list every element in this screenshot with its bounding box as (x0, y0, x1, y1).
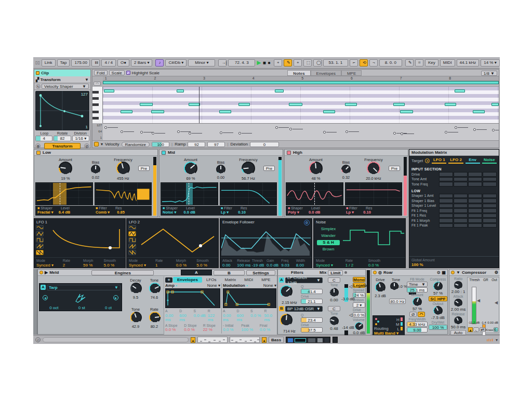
matrix-cell[interactable] (454, 214, 468, 218)
matrix-cell[interactable] (439, 172, 453, 177)
filter-type-menu-mid[interactable]: Lp ▾ (221, 210, 229, 215)
midi-map-button[interactable]: MIDI (440, 59, 455, 66)
capture-midi-icon[interactable]: ⬚ (303, 59, 312, 66)
loop-start-field[interactable]: 53. 1. 1 (323, 59, 348, 66)
mod-final[interactable]: 0.0 % (260, 327, 270, 332)
frequency-knob-mid[interactable] (242, 162, 255, 175)
matrix-cell[interactable] (468, 198, 482, 203)
volume-knob[interactable] (355, 322, 363, 330)
shaper-level-high[interactable]: 0.0 dB (309, 210, 321, 215)
velocity-marker[interactable] (220, 131, 222, 134)
sine-wave-icon[interactable] (36, 225, 44, 230)
mod-assign-menu[interactable]: None ▾ (263, 283, 276, 288)
meld-tab-settings[interactable]: Settings (246, 270, 275, 275)
clip-overview-1[interactable] (197, 337, 228, 343)
key-map-button[interactable]: Key (425, 59, 438, 66)
sine-wave-icon[interactable] (128, 225, 136, 230)
transfer-curve-icon[interactable]: ◟ (473, 327, 479, 332)
spread-field[interactable]: 24 % (353, 292, 365, 298)
amp-envelope-graph[interactable] (165, 288, 220, 308)
matrix-cell[interactable] (483, 223, 497, 228)
frequency-knob-high[interactable] (367, 162, 380, 175)
save-preset-icon[interactable]: ▦ (442, 270, 446, 275)
amp-sustain[interactable]: 0.0 dB (194, 313, 206, 318)
velocity-shaper-graph[interactable]: 127 1 (35, 91, 89, 130)
filter-a-type-menu[interactable]: LP Crunch 12dB▼ (285, 277, 323, 283)
ef-release[interactable]: 100 ms (237, 263, 250, 268)
midi-note[interactable] (275, 89, 284, 92)
velocity-marker[interactable] (492, 129, 495, 131)
midi-ruler[interactable]: 12345678 (103, 76, 499, 81)
shaper-level-low[interactable]: 6.4 dB (59, 210, 71, 215)
fb-amount-knob[interactable] (413, 297, 422, 307)
midi-note[interactable] (121, 110, 133, 113)
amount-knob-high[interactable] (309, 162, 323, 175)
clip-overview-2[interactable] (230, 337, 260, 343)
matrix-cell[interactable] (483, 172, 497, 177)
filter-a-pan[interactable]: C (328, 277, 340, 283)
out-gain-handle[interactable]: ◀ (495, 300, 498, 305)
tab-mpe[interactable]: MPE (341, 70, 362, 76)
shaper-graph-high[interactable] (286, 182, 343, 205)
roar-drive-knob[interactable] (375, 282, 385, 292)
follow-icon[interactable]: →| (218, 59, 227, 66)
stop-button[interactable]: ■ (263, 60, 266, 65)
mod-envelope-graph[interactable] (223, 288, 276, 308)
legato-button[interactable]: Legato (353, 283, 365, 288)
shaper-type-menu-high[interactable]: Poly ▾ (288, 210, 299, 215)
cpu-meter[interactable]: 14 % ▾ (481, 59, 499, 66)
panes-icon[interactable]: ▯▯ (35, 60, 40, 65)
velocity-marker[interactable] (445, 131, 447, 134)
engine-b-rate-knob[interactable] (149, 312, 161, 323)
meld-play-icon[interactable]: ▶ (45, 270, 48, 275)
band-header-high[interactable]: High (285, 150, 408, 156)
overdub-icon[interactable]: + (274, 59, 282, 66)
compressor-power-led[interactable] (451, 271, 455, 274)
matrix-cell[interactable] (468, 218, 482, 223)
mod-release[interactable]: 50.0 ms (264, 313, 273, 323)
matrix-cell[interactable] (454, 204, 468, 208)
randomize-amount-field[interactable]: 100 (152, 142, 169, 147)
midi-note[interactable] (189, 103, 200, 106)
meld-engines-tab[interactable]: Engines (91, 270, 154, 275)
midi-note[interactable] (151, 110, 164, 113)
eye-icon[interactable]: ◉ (165, 277, 172, 283)
filter-b-drive-field[interactable]: 37.5 (301, 327, 323, 332)
matrix-cell[interactable] (468, 172, 482, 177)
engine-a-oct[interactable]: 0 oct (49, 305, 58, 310)
pre-toggle-mid[interactable]: Pre (263, 166, 275, 171)
engine-a-menu[interactable]: Tarp▼ (47, 285, 121, 290)
thresh-meter[interactable] (472, 287, 476, 324)
tap-button[interactable]: Tap (57, 59, 70, 66)
band-mid-enable-checkbox[interactable] (162, 151, 166, 155)
velocity-marker[interactable] (189, 132, 191, 135)
amount-knob-low[interactable] (59, 162, 72, 175)
engine-a-next-icon[interactable]: ▸ (113, 295, 118, 300)
shaper-graph-low[interactable] (35, 182, 93, 205)
amount-knob-mid[interactable] (184, 162, 197, 175)
reenable-automation-icon[interactable]: + (294, 59, 302, 66)
velocity-marker[interactable] (393, 132, 396, 135)
matrix-cell[interactable] (454, 177, 468, 182)
filter-type-menu-low[interactable]: Comb ▾ (96, 210, 110, 215)
matrix-cell[interactable] (468, 223, 482, 228)
matrix-cell[interactable] (483, 198, 497, 203)
amp-r-slope[interactable]: 22 % (203, 327, 212, 332)
global-amount-value[interactable]: 100 % (411, 262, 423, 267)
matrix-cell[interactable] (468, 194, 482, 198)
midi-note[interactable] (393, 103, 405, 106)
midi-note[interactable] (323, 110, 336, 113)
midi-note[interactable] (177, 89, 184, 92)
engine-a-st[interactable]: 0 st (78, 305, 85, 310)
mono-button[interactable]: Mono (353, 277, 365, 282)
fb-mode-menu[interactable]: Time▼ (407, 282, 428, 287)
matrix-cell[interactable] (483, 204, 497, 208)
matrix-cell[interactable] (483, 208, 497, 213)
shaper-graph-mid[interactable] (161, 182, 218, 205)
randomize-button[interactable]: Randomize (122, 142, 150, 147)
lfo2-rate[interactable]: 1 (155, 263, 157, 268)
highlight-scale-checkbox[interactable]: ✓ (126, 71, 130, 75)
lfo1-waveform-display[interactable] (46, 224, 125, 256)
sc-hpf-button[interactable]: SC HPF (429, 296, 447, 301)
lfo2-waveform-display[interactable] (138, 224, 217, 256)
